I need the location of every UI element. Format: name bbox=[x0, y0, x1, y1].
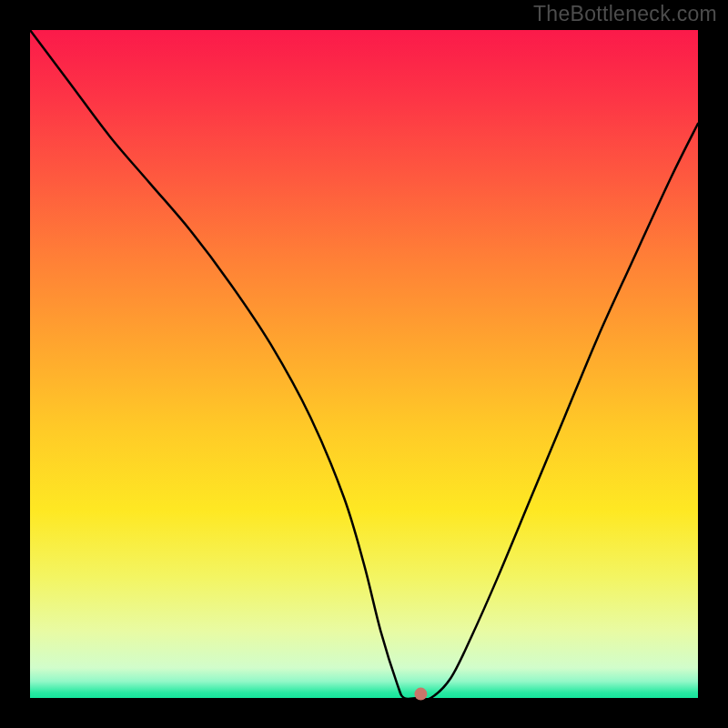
optimal-point-marker bbox=[414, 688, 427, 701]
watermark-text: TheBottleneck.com bbox=[533, 2, 717, 26]
chart-frame: TheBottleneck.com bbox=[0, 0, 728, 728]
plot-background bbox=[30, 30, 698, 698]
chart-svg bbox=[0, 0, 728, 728]
